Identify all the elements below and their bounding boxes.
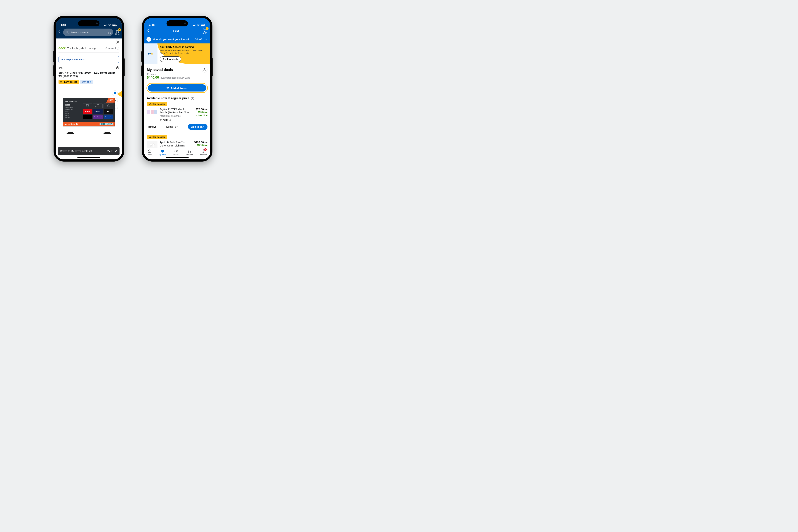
- cart-button[interactable]: 1 $2.18: [203, 28, 207, 34]
- share-list-button[interactable]: [202, 67, 208, 73]
- promo-body: Walmart+ members get first dibs on new o…: [160, 49, 208, 55]
- item-name[interactable]: Apple AirPods Pro (2nd Generation) - Lig…: [159, 140, 192, 147]
- svg-point-25: [168, 89, 169, 89]
- svg-point-32: [175, 150, 177, 152]
- favorite-button[interactable]: [112, 90, 118, 96]
- wifi-icon: [108, 24, 111, 26]
- svg-rect-31: [149, 151, 150, 152]
- aisle-location[interactable]: Aisle I4: [159, 119, 193, 121]
- sponsored-label: Sponsored i: [106, 47, 119, 50]
- promo-icon-area: W✶: [144, 43, 157, 64]
- share-button[interactable]: [116, 65, 119, 70]
- tab-search[interactable]: Search: [173, 149, 179, 155]
- item-thumbnail[interactable]: [147, 108, 157, 116]
- item-price-date: on Nov 22nd: [195, 114, 208, 117]
- yellow-side-tab[interactable]: [117, 91, 122, 97]
- only-at-badge: Only at ✶: [80, 80, 93, 84]
- search-bar[interactable]: [63, 28, 113, 36]
- item-name[interactable]: Fujifilm INSTAX Mini 7+ Bundle (10-Pack …: [159, 108, 193, 114]
- quantity-selector[interactable]: Need: 1: [166, 126, 178, 128]
- item-pricing: $78.00 ea $55.00 ea on Nov 22nd: [195, 108, 208, 121]
- fulfillment-bar[interactable]: How do you want your items? | 06468: [144, 35, 210, 43]
- tv-product-image[interactable]: 43" 5:24 pm onn. • Roku TV Home What to …: [63, 98, 115, 132]
- caret-down-icon: [176, 126, 178, 127]
- sponsored-banner[interactable]: acer The ho, ho, whole package Sponsored…: [58, 38, 119, 53]
- tab-account[interactable]: 8 Account: [200, 149, 207, 155]
- svg-line-9: [115, 101, 116, 101]
- tv-tile-rokuchannel: Roku Channel: [93, 115, 103, 119]
- back-button[interactable]: [147, 29, 150, 34]
- list-total-est: Estimated total on Nov 22nd: [161, 76, 190, 79]
- explore-deals-button[interactable]: Explore deals: [160, 56, 181, 62]
- svg-point-26: [160, 119, 161, 120]
- remove-item-button[interactable]: Remove: [147, 126, 156, 128]
- tab-shop[interactable]: Shop: [148, 149, 152, 155]
- product-sheet: acer The ho, ho, whole package Sponsored…: [56, 38, 122, 159]
- list-item-count: 11 items: [147, 73, 208, 76]
- back-button[interactable]: [57, 29, 61, 36]
- add-to-cart-button[interactable]: Add to cart: [188, 124, 208, 130]
- brand-link[interactable]: onn.: [58, 66, 63, 69]
- svg-point-6: [116, 32, 117, 33]
- close-button[interactable]: [116, 40, 119, 45]
- svg-point-37: [188, 150, 189, 151]
- walmart-plus-logo: W✶: [148, 52, 153, 56]
- tv-ui-menu: What to Watch Featured Free Live TV Spor…: [65, 107, 81, 119]
- spark-icon: ✶: [90, 81, 91, 83]
- svg-point-42: [203, 150, 204, 151]
- item-variant: Actual Color: Lavender: [159, 115, 193, 117]
- tab-my-items[interactable]: My Items: [159, 149, 166, 155]
- add-all-to-cart-button[interactable]: Add all to cart: [148, 84, 206, 92]
- phone-left: 1:55: [54, 16, 124, 162]
- shop-icon: [148, 149, 152, 153]
- svg-rect-2: [113, 24, 116, 26]
- cart-button[interactable]: 1 $2.18: [115, 29, 119, 35]
- toast-message: Saved to My saved deals list!: [60, 150, 92, 152]
- tv-ui-time: 5:24 pm: [108, 99, 112, 101]
- social-proof-banner: In 200+ people's carts: [58, 56, 119, 63]
- item-price-deal: $169.00 ea: [194, 144, 208, 147]
- heart-icon: [160, 149, 165, 153]
- list-total-price: $440.00: [147, 76, 159, 79]
- svg-point-39: [188, 152, 189, 153]
- account-badge: 8: [204, 148, 207, 151]
- info-icon[interactable]: i: [117, 47, 119, 50]
- svg-rect-21: [205, 25, 205, 26]
- svg-rect-28: [151, 145, 151, 147]
- cart-plus-icon: [166, 87, 169, 89]
- services-icon: [188, 149, 191, 153]
- status-icons: [193, 24, 206, 26]
- svg-point-4: [66, 31, 68, 33]
- svg-rect-17: [108, 105, 109, 106]
- tv-tile-appletv: ▶tv: [103, 109, 113, 114]
- svg-line-5: [68, 33, 69, 34]
- wifi-icon: [196, 24, 200, 26]
- battery-icon: [201, 24, 205, 26]
- svg-point-16: [98, 105, 99, 105]
- search-input[interactable]: [70, 31, 106, 34]
- barcode-scan-icon[interactable]: [108, 31, 111, 34]
- phone-right: 1:58 List 1 $2.18: [142, 16, 212, 162]
- titlebar: List 1 $2.18: [144, 27, 210, 35]
- saved-toast: Saved to My saved deals list! View: [58, 147, 119, 155]
- tab-services[interactable]: Services: [186, 149, 193, 155]
- chevron-down-icon: [205, 38, 208, 41]
- svg-rect-3: [116, 25, 117, 26]
- product-image-area: 43" 5:24 pm onn. • Roku TV Home What to …: [58, 86, 119, 137]
- toast-view-link[interactable]: View: [107, 150, 112, 152]
- svg-point-18: [198, 26, 198, 26]
- cart-total: $2.18: [115, 33, 119, 35]
- status-time: 1:58: [149, 23, 155, 26]
- toast-close-button[interactable]: [115, 150, 117, 153]
- svg-point-40: [190, 152, 191, 153]
- available-now-heading: Available now at regular price (7): [144, 95, 210, 102]
- ad-tagline: The ho, ho, whole package: [67, 47, 97, 50]
- status-icons: [104, 24, 117, 26]
- item-price-now: $199.00 ea: [194, 140, 208, 144]
- airpods-icon: [149, 142, 156, 148]
- early-access-badge: w+: Early access: [147, 102, 167, 106]
- home-indicator: [77, 157, 100, 158]
- list-item: w+: Early access Apple AirPods Pro (2nd …: [144, 135, 210, 149]
- promo-heading: Your Early Access is coming!: [160, 45, 208, 49]
- tv-tile-disney: Disney+: [93, 109, 103, 114]
